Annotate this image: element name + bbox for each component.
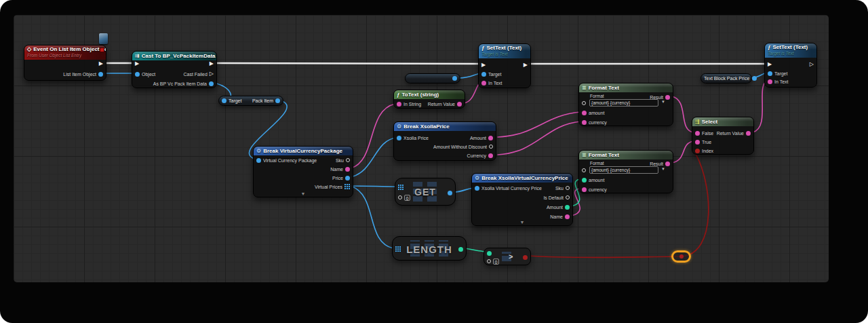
virtual-currency-package-in-pin[interactable]: Virtual Currency Package <box>256 157 317 164</box>
amount-in-pin[interactable]: amount <box>582 176 604 183</box>
virtual-prices-out-pin[interactable]: Virtual Prices <box>315 183 350 190</box>
node-subtitle: Target is Text <box>768 50 812 57</box>
struct-pin-icon <box>256 158 261 163</box>
amount-out-pin[interactable]: Amount <box>547 204 570 210</box>
return-value-pin[interactable]: Return Value <box>717 130 751 136</box>
object-in-pin[interactable]: Object <box>135 71 155 77</box>
sku-out-pin[interactable]: Sku <box>336 157 350 164</box>
in-text-pin[interactable]: In Text <box>768 78 789 85</box>
target-in-pin[interactable]: Target <box>481 71 501 77</box>
exec-in-pin[interactable]: ▶ <box>768 61 772 68</box>
a-in-pin[interactable] <box>487 250 492 256</box>
format-in-pin[interactable] <box>582 167 586 174</box>
currency-in-pin[interactable]: currency <box>582 186 607 193</box>
index-in-pin[interactable]: Index <box>695 147 713 154</box>
element-out-pin[interactable] <box>448 189 452 196</box>
dropdown-arrow-icon[interactable]: ▼ <box>661 100 665 104</box>
node-array-get[interactable]: GET 0 <box>395 178 456 206</box>
node-title: ToText (string) <box>401 92 439 98</box>
text-pin-icon <box>397 102 401 107</box>
currency-in-pin[interactable]: currency <box>582 119 607 126</box>
text-pin-icon <box>582 120 587 125</box>
result-out-pin[interactable] <box>523 254 528 261</box>
currency-out-pin[interactable]: Currency <box>467 152 493 159</box>
node-title: Break XsollaVirtualCurrencyPrice <box>481 175 568 181</box>
node-event-on-list-item-object-set[interactable]: ◇Event On List Item Object Set From User… <box>24 45 106 81</box>
node-break-xsolla-virtual-currency-price[interactable]: ⚙Break XsollaVirtualCurrencyPrice Xsolla… <box>471 173 573 226</box>
is-default-out-pin[interactable]: Is Default <box>543 194 570 201</box>
int-pin-icon <box>398 195 402 200</box>
price-out-pin[interactable]: Price <box>332 174 350 181</box>
exec-in-pin[interactable]: ▶ <box>135 60 139 67</box>
object-pin-icon <box>98 72 103 77</box>
collapse-arrow-icon[interactable]: ▼ <box>254 191 353 196</box>
object-pin-icon <box>275 98 280 103</box>
node-text-block-pack-name[interactable]: Text Block Pack Name <box>405 73 460 83</box>
reroute-node-selected[interactable] <box>671 250 691 263</box>
amount-without-discount-pin[interactable]: Amount Without Discount <box>433 143 493 150</box>
in-text-pin[interactable]: In Text <box>481 79 502 86</box>
variable-label: Text Block Pack Price <box>704 76 749 81</box>
dropdown-arrow-icon[interactable]: ▼ <box>661 167 665 171</box>
amount-out-pin[interactable]: Amount <box>470 134 493 141</box>
name-out-pin[interactable]: Name <box>330 166 350 172</box>
struct-pin-icon <box>475 186 479 191</box>
node-break-xsolla-price[interactable]: ⚙Break XsollaPrice Xsolla Price Amount A… <box>393 121 496 161</box>
node-set-text-price[interactable]: ƒSetText (Text) Target is Text ▶ ▷ Targe… <box>764 43 817 88</box>
struct-pin-icon <box>448 191 452 195</box>
exec-out-pin[interactable]: ▷ <box>810 61 814 68</box>
exec-pin-icon: ▶ <box>481 62 486 69</box>
true-in-pin[interactable]: True <box>695 138 711 145</box>
node-to-text-string[interactable]: ƒToText (string) In String Return Value <box>393 90 465 109</box>
text-pin-icon <box>566 186 570 190</box>
b-literal[interactable]: 0 <box>493 259 499 265</box>
value-out-pin[interactable] <box>452 76 457 81</box>
length-out-pin[interactable] <box>458 246 463 252</box>
object-pin-icon <box>768 71 772 76</box>
exec-out-pin[interactable]: ▶ <box>99 60 103 67</box>
break-struct-icon: ⚙ <box>397 122 401 131</box>
value-out-pin[interactable] <box>752 76 757 81</box>
node-greater-than[interactable]: 0 > <box>484 248 531 265</box>
node-break-virtual-currency-package[interactable]: ⚙Break VirtualCurrencyPackage Virtual Cu… <box>253 146 353 197</box>
node-text-block-pack-price[interactable]: Text Block Pack Price <box>701 73 752 83</box>
node-cast-to-bp-vcpackitemdata[interactable]: ⇉Cast To BP_VcPackItemData ▶ ▶ Object ▷C… <box>132 51 217 88</box>
index-in-pin[interactable]: 0 <box>398 194 410 201</box>
return-value-pin[interactable]: Return Value <box>428 100 462 107</box>
target-in-pin[interactable]: Target <box>222 98 241 103</box>
list-item-object-pin[interactable]: List Item Object <box>63 71 103 77</box>
sku-out-pin[interactable]: Sku <box>555 185 570 191</box>
exec-pin-icon: ▶ <box>135 60 139 67</box>
false-in-pin[interactable]: False <box>695 130 713 136</box>
node-get-pack-item[interactable]: Target Pack Item <box>218 96 283 106</box>
pack-item-out-pin[interactable]: Pack Item <box>252 98 280 103</box>
xsolla-price-in-pin[interactable]: Xsolla Price <box>397 134 429 141</box>
node-select[interactable]: ⇶Select False Return Value True Index <box>692 117 754 155</box>
collapse-arrow-icon[interactable]: ▼ <box>472 220 572 225</box>
breakpoint-icon[interactable] <box>100 48 104 52</box>
amount-in-pin[interactable]: amount <box>582 109 604 116</box>
as-bp-vc-pack-item-data-pin[interactable]: As BP Vc Pack Item Data <box>153 80 214 87</box>
name-out-pin[interactable]: Name <box>550 213 570 220</box>
node-set-text-name[interactable]: ƒSetText (Text) Target is Text ▶ ▶ Targe… <box>478 43 531 88</box>
format-value-input[interactable]: {amount} {currency} <box>589 166 658 174</box>
format-in-pin[interactable] <box>582 100 586 107</box>
int-pin-icon <box>565 205 570 210</box>
bool-pin-icon <box>523 255 528 260</box>
node-format-text-virtual[interactable]: ≣Format Text Result Format {amount} {cur… <box>578 150 673 193</box>
text-pin-icon <box>582 168 586 172</box>
exec-in-pin[interactable]: ▶ <box>481 62 486 69</box>
format-value-input[interactable]: {amount} {currency} <box>589 99 658 107</box>
array-in-pin[interactable] <box>398 184 403 191</box>
xsolla-virtual-currency-price-in-pin[interactable]: Xsolla Virtual Currency Price <box>475 185 542 191</box>
index-literal[interactable]: 0 <box>404 195 410 201</box>
in-string-pin[interactable]: In String <box>397 100 421 107</box>
target-in-pin[interactable]: Target <box>768 70 787 77</box>
exec-out-pin[interactable]: ▶ <box>210 60 214 67</box>
node-array-length[interactable]: LENGTH <box>392 236 467 261</box>
b-in-pin[interactable]: 0 <box>487 258 499 265</box>
exec-out-pin[interactable]: ▶ <box>524 62 528 69</box>
cast-failed-pin[interactable]: ▷Cast Failed <box>183 71 214 77</box>
node-format-text-price[interactable]: ≣Format Text Result Format {amount} {cur… <box>578 83 673 126</box>
array-in-pin[interactable] <box>395 246 401 252</box>
